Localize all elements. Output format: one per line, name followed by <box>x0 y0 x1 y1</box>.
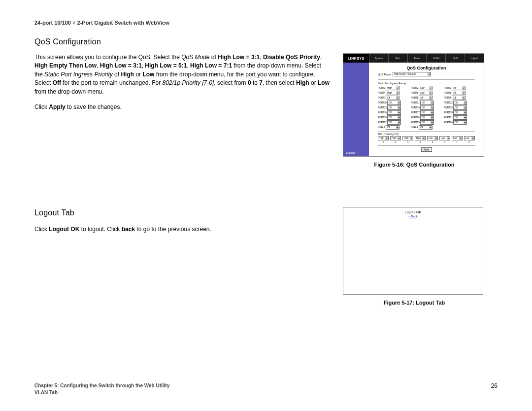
port-priority-dropdown[interactable]: Off <box>453 110 467 115</box>
nav-tab-trunk[interactable]: Trunk <box>407 54 427 63</box>
port-row: GIGA 1Off <box>378 125 409 130</box>
priority-index: 6 <box>395 141 396 143</box>
port-label: PORT12 <box>444 102 453 104</box>
port-label: PORT15 <box>444 106 453 109</box>
port-row: PORT6Off <box>444 91 475 95</box>
port-priority-dropdown[interactable]: Off <box>386 125 399 130</box>
port-priority-dropdown[interactable]: Off <box>386 96 399 100</box>
port-label: PORT19 <box>378 116 387 119</box>
port-priority-dropdown[interactable]: Off <box>420 105 434 110</box>
port-row: PORT18Off <box>444 110 475 115</box>
ingress-label: Static Port Ingress Priority <box>378 82 475 85</box>
priority-index: 4 <box>420 141 421 143</box>
port-priority-dropdown[interactable]: Off <box>419 125 432 130</box>
figure-caption-qos: Figure 5-16: QoS Configuration <box>343 162 486 168</box>
port-label: PORT17 <box>411 111 420 114</box>
port-label: PORT3 <box>444 87 451 89</box>
port-priority-dropdown[interactable]: Off <box>387 110 401 115</box>
priority-dropdown[interactable]: High <box>402 136 413 140</box>
port-label: PORT7 <box>378 97 385 99</box>
port-row: PORT24Off <box>444 120 475 125</box>
priority-label: 802.1p Priority [7-0] <box>378 133 475 136</box>
port-label: PORT24 <box>444 121 453 124</box>
click-apply-paragraph: Click Apply to save the changes. <box>34 103 330 111</box>
port-priority-dropdown[interactable]: Off <box>452 91 466 95</box>
port-priority-dropdown[interactable]: Off <box>453 105 467 110</box>
port-priority-dropdown[interactable]: Off <box>452 86 466 90</box>
port-row: PORT10Off <box>378 101 409 105</box>
port-label: PORT20 <box>411 116 420 119</box>
logout-paragraph: Click Logout OK to logout. Click back to… <box>34 225 330 234</box>
port-priority-dropdown[interactable]: High <box>386 86 399 90</box>
qos-mode-row: QoS Mode High-Empty-Then-Low <box>378 72 475 76</box>
port-row: PORT23Off <box>411 120 442 125</box>
priority-index: 7 <box>383 141 384 143</box>
qos-mode-dropdown[interactable]: High-Empty-Then-Low <box>393 72 431 76</box>
sidebar: Support <box>343 63 369 156</box>
port-label: PORT9 <box>444 97 451 99</box>
priority-dropdown[interactable]: High <box>415 136 426 140</box>
port-label: PORT8 <box>411 97 418 99</box>
port-row: GIGA 2Off <box>411 125 442 130</box>
port-row: PORT11Off <box>411 101 442 105</box>
port-row: PORT4High <box>378 91 409 95</box>
port-row: PORT3Off <box>444 86 475 90</box>
qos-paragraph: This screen allows you to configure the … <box>34 53 330 96</box>
port-row: PORT9Off <box>444 96 475 100</box>
section-heading-qos: QoS Configuration <box>34 37 498 46</box>
priority-index: 0 <box>468 141 469 143</box>
nav-tab-system[interactable]: System <box>369 54 388 63</box>
qos-text-column: This screen allows you to configure the … <box>34 53 330 168</box>
apply-button[interactable]: Apply <box>421 147 432 152</box>
port-priority-dropdown[interactable]: Off <box>420 120 434 125</box>
port-label: PORT2 <box>411 87 418 89</box>
port-priority-dropdown[interactable]: Off <box>420 115 434 120</box>
port-priority-dropdown[interactable]: Low <box>419 91 432 95</box>
priority-cell: High4 <box>415 136 426 143</box>
port-priority-dropdown[interactable]: Off <box>387 105 401 110</box>
priority-dropdown[interactable]: Low <box>439 136 450 140</box>
logout-ok-text: Logout OK <box>405 210 421 214</box>
page-number: 26 <box>491 382 498 396</box>
port-priority-dropdown[interactable]: Off <box>419 96 432 100</box>
port-priority-dropdown[interactable]: Off <box>387 120 401 125</box>
nav-tab-vlan[interactable]: VLAN <box>426 54 445 63</box>
port-priority-dropdown[interactable]: Off <box>453 115 467 120</box>
port-priority-dropdown[interactable]: Off <box>420 110 434 115</box>
nav-tab-port[interactable]: Port <box>388 54 407 63</box>
priority-dropdown[interactable]: Low <box>452 136 463 140</box>
priority-dropdown[interactable]: Low <box>427 136 438 140</box>
nav-tab-logout[interactable]: Logout <box>465 54 484 63</box>
priority-index: 5 <box>407 141 408 143</box>
port-row: PORT17Off <box>411 110 442 115</box>
back-link[interactable]: < Back <box>408 215 418 218</box>
figure-logout-tab: Logout OK < Back <box>343 207 483 295</box>
port-label: PORT5 <box>411 92 418 94</box>
support-link[interactable]: Support <box>346 151 355 154</box>
port-row: PORT16Off <box>378 110 409 115</box>
document-header: 24-port 10/100 + 2-Port Gigabit Switch w… <box>34 20 498 26</box>
port-label: PORT18 <box>444 111 453 114</box>
port-priority-dropdown[interactable]: High <box>386 91 399 95</box>
port-row: PORT2Low <box>411 86 442 90</box>
qos-mode-label: QoS Mode <box>378 73 391 76</box>
port-row: PORT13Off <box>378 105 409 110</box>
port-priority-dropdown[interactable]: Low <box>419 86 432 90</box>
port-label: PORT6 <box>444 92 451 94</box>
port-row: PORT14Off <box>411 105 442 110</box>
port-label: GIGA 2 <box>411 126 418 129</box>
port-row: PORT1High <box>378 86 409 90</box>
nav-tab-qos[interactable]: QoS <box>445 54 465 63</box>
port-priority-dropdown[interactable]: Off <box>387 115 401 120</box>
priority-dropdown[interactable]: High <box>390 136 401 140</box>
priority-index: 2 <box>444 141 445 143</box>
port-label: PORT10 <box>378 102 387 104</box>
port-priority-dropdown[interactable]: Off <box>453 120 467 125</box>
priority-dropdown[interactable]: Low <box>464 136 475 140</box>
port-priority-dropdown[interactable]: Off <box>387 101 401 105</box>
priority-dropdown[interactable]: High <box>378 136 389 140</box>
port-priority-dropdown[interactable]: Off <box>420 101 434 105</box>
figure-qos-config: LINKSYS SystemPortTrunkVLANQoSLogout Sup… <box>343 53 484 157</box>
port-priority-dropdown[interactable]: Off <box>452 96 466 100</box>
port-priority-dropdown[interactable]: Off <box>453 101 467 105</box>
